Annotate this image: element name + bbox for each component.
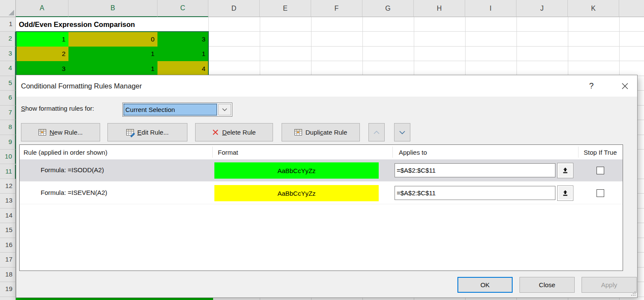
- rules-list: Rule (applied in order shown) Format App…: [19, 144, 623, 271]
- rule-row-isodd[interactable]: Formula: =ISODD(A2) AaBbCcYyZz: [20, 159, 623, 182]
- row-header-10[interactable]: 10: [0, 150, 16, 164]
- column-header-D[interactable]: D: [208, 0, 260, 17]
- label-accesskey: S: [21, 105, 25, 112]
- stop-if-true-checkbox[interactable]: [597, 167, 604, 174]
- edit-rule-button[interactable]: Edit Rule...: [107, 123, 187, 141]
- header-separator: [392, 147, 393, 158]
- apply-button-disabled[interactable]: Apply: [582, 277, 637, 293]
- column-header-F[interactable]: F: [311, 0, 362, 17]
- row-header-9[interactable]: 9: [0, 135, 16, 150]
- resize-grip[interactable]: [630, 290, 636, 297]
- row-header-7[interactable]: 7: [0, 106, 16, 120]
- column-header-J[interactable]: J: [516, 0, 568, 17]
- select-all-triangle-icon: [9, 10, 14, 15]
- edit-rule-label: Edit Rule...: [137, 129, 169, 136]
- cell-A4[interactable]: 3: [16, 61, 68, 76]
- help-icon: ?: [589, 81, 594, 91]
- cell-B4[interactable]: 1: [68, 61, 157, 76]
- help-button[interactable]: ?: [585, 80, 597, 92]
- column-header-stop-if-true: Stop If True: [584, 145, 617, 159]
- new-rule-button[interactable]: New Rule...: [21, 123, 100, 141]
- excel-window: Odd/Even Expression Comparison ABCDEFGHI…: [0, 0, 644, 300]
- format-preview-swatch: AaBbCcYyZz: [214, 162, 379, 179]
- dialog-titlebar: Conditional Formatting Rules Manager ?: [16, 75, 637, 97]
- row-header-19[interactable]: 19: [0, 282, 16, 297]
- chevron-down-icon: [399, 131, 405, 134]
- new-rule-label: New Rule...: [50, 129, 83, 136]
- cell-B3[interactable]: 1: [68, 47, 157, 61]
- dropdown-selected-value: Current Selection: [123, 103, 217, 116]
- row-header-14[interactable]: 14: [0, 209, 16, 223]
- column-header-format: Format: [218, 145, 238, 159]
- format-preview-swatch: AaBbCcYyZz: [214, 185, 379, 201]
- delete-rule-button[interactable]: Delete Rule: [195, 123, 273, 141]
- cell-C4[interactable]: 4: [157, 61, 208, 76]
- cell-A3[interactable]: 2: [16, 47, 68, 61]
- row-header-11[interactable]: 11: [0, 165, 16, 179]
- edit-rule-table-pencil-icon: [126, 129, 134, 135]
- duplicate-rule-table-icon: [294, 129, 302, 135]
- stop-if-true-checkbox[interactable]: [597, 189, 604, 197]
- close-icon: [622, 83, 628, 89]
- dialog-close-button[interactable]: [619, 80, 631, 92]
- header-separator: [578, 147, 579, 158]
- cell-A2[interactable]: 1: [16, 32, 68, 46]
- column-header-H[interactable]: H: [414, 0, 465, 17]
- row-header-13[interactable]: 13: [0, 194, 16, 208]
- row-header-3[interactable]: 3: [0, 47, 16, 61]
- rules-scope-dropdown[interactable]: Current Selection: [122, 103, 232, 117]
- cell-C3[interactable]: 1: [157, 47, 208, 61]
- show-formatting-rules-label: Show formatting rules for:: [21, 105, 94, 112]
- collapse-dialog-arrow-icon: [562, 167, 569, 174]
- row-header-6[interactable]: 6: [0, 91, 16, 105]
- conditional-formatting-rules-manager-dialog: Conditional Formatting Rules Manager ? S…: [16, 75, 638, 298]
- applies-to-input[interactable]: [395, 163, 555, 177]
- column-header-C[interactable]: C: [157, 0, 208, 17]
- column-header-E[interactable]: E: [260, 0, 311, 17]
- column-header-I[interactable]: I: [465, 0, 516, 17]
- chevron-up-icon: [374, 131, 380, 134]
- column-header-K[interactable]: K: [568, 0, 619, 17]
- cell-C2[interactable]: 3: [157, 32, 208, 46]
- column-header-A[interactable]: A: [16, 0, 68, 17]
- row-header-4[interactable]: 4: [0, 61, 16, 76]
- move-rule-up-button[interactable]: [368, 123, 385, 141]
- row-header-1[interactable]: 1: [0, 17, 16, 32]
- move-rule-down-button[interactable]: [394, 123, 410, 141]
- collapse-dialog-arrow-icon: [562, 190, 569, 197]
- rule-description: Formula: =ISEVEN(A2): [41, 189, 107, 196]
- column-header-B[interactable]: B: [68, 0, 157, 17]
- new-rule-table-icon: [39, 129, 46, 135]
- rule-row-iseven[interactable]: Formula: =ISEVEN(A2) AaBbCcYyZz: [20, 182, 623, 204]
- row-header-5[interactable]: 5: [0, 76, 16, 91]
- range-picker-button[interactable]: [557, 163, 573, 178]
- cell-A1-title[interactable]: Odd/Even Expression Comparison: [16, 17, 208, 32]
- label-rest: how formatting rules for:: [25, 105, 94, 112]
- row-header-20[interactable]: 20: [0, 297, 16, 300]
- column-header-G[interactable]: G: [362, 0, 414, 17]
- row-header-18[interactable]: 18: [0, 268, 16, 282]
- applies-to-input[interactable]: [395, 186, 555, 200]
- column-header-applies-to: Applies to: [399, 145, 427, 159]
- row-header-16[interactable]: 16: [0, 238, 16, 253]
- range-picker-button[interactable]: [557, 185, 573, 201]
- row-header-8[interactable]: 8: [0, 120, 16, 135]
- cell-B2[interactable]: 0: [68, 32, 157, 46]
- ok-button[interactable]: OK: [457, 277, 513, 293]
- dropdown-button[interactable]: [218, 104, 231, 115]
- row-header-12[interactable]: 12: [0, 179, 16, 194]
- duplicate-rule-label: Duplicate Rule: [306, 129, 347, 136]
- dialog-title: Conditional Formatting Rules Manager: [21, 75, 142, 97]
- delete-rule-label: Delete Rule: [222, 129, 255, 136]
- delete-x-icon: [212, 129, 219, 135]
- duplicate-rule-button[interactable]: Duplicate Rule: [282, 123, 360, 141]
- chevron-down-icon: [222, 108, 227, 111]
- close-button[interactable]: Close: [519, 277, 575, 293]
- row-header-17[interactable]: 17: [0, 253, 16, 267]
- rule-description: Formula: =ISODD(A2): [41, 166, 104, 174]
- header-separator: [212, 147, 213, 158]
- column-header-rule: Rule (applied in order shown): [24, 145, 107, 159]
- row-header-2[interactable]: 2: [0, 32, 16, 46]
- row-header-15[interactable]: 15: [0, 223, 16, 238]
- select-all-button[interactable]: [0, 0, 16, 17]
